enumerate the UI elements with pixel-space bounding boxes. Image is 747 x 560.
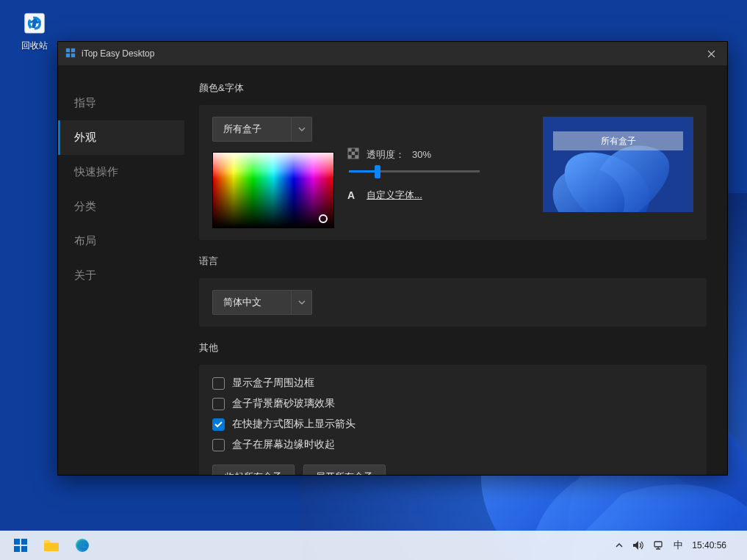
svg-rect-12: [355, 155, 358, 159]
checkbox-icon: [212, 398, 225, 410]
checkbox-edge-collapse[interactable]: 盒子在屏幕边缘时收起: [212, 438, 693, 451]
section-other-title: 其他: [199, 341, 707, 354]
sidebar-item-appearance[interactable]: 外观: [58, 120, 184, 155]
checkbox-frosted-glass[interactable]: 盒子背景磨砂玻璃效果: [212, 397, 693, 410]
slider-thumb[interactable]: [375, 165, 380, 178]
app-window: iTop Easy Desktop 指导 外观 快速操作 分类 布局 关于 颜色…: [57, 41, 728, 476]
checkbox-shortcut-arrow[interactable]: 在快捷方式图标上显示箭头: [212, 418, 693, 431]
svg-rect-4: [71, 48, 75, 51]
taskbar-edge[interactable]: [69, 532, 95, 559]
svg-rect-5: [66, 53, 70, 57]
collapse-all-button[interactable]: 收起所有盒子: [212, 465, 295, 475]
recycle-bin-icon: [18, 6, 51, 38]
recycle-bin-label: 回收站: [9, 40, 60, 52]
checkbox-icon: [212, 377, 225, 390]
svg-rect-6: [71, 53, 75, 57]
sidebar-item-guide[interactable]: 指导: [58, 86, 184, 120]
section-language-title: 语言: [199, 255, 707, 268]
tray-ime[interactable]: 中: [674, 539, 683, 552]
svg-text:A: A: [347, 189, 355, 201]
chevron-down-icon: [292, 117, 312, 142]
panel-language: 简体中文: [199, 278, 707, 327]
svg-rect-10: [352, 152, 356, 156]
sidebar-item-about[interactable]: 关于: [58, 258, 184, 293]
sidebar-item-categories[interactable]: 分类: [58, 189, 184, 224]
section-colors-fonts-title: 颜色&字体: [199, 81, 707, 95]
preview-header: 所有盒子: [553, 131, 683, 150]
close-icon: [707, 50, 715, 58]
content-area: 颜色&字体 所有盒子: [184, 65, 727, 475]
tray-overflow[interactable]: [615, 541, 624, 550]
folder-icon: [43, 539, 59, 552]
network-icon: [653, 540, 665, 550]
opacity-value: 30%: [412, 149, 431, 160]
sidebar: 指导 外观 快速操作 分类 布局 关于: [58, 65, 184, 475]
svg-rect-15: [21, 539, 27, 545]
checkbox-show-border[interactable]: 显示盒子周围边框: [212, 377, 693, 390]
start-button[interactable]: [7, 532, 34, 559]
svg-rect-3: [66, 48, 70, 51]
svg-rect-11: [348, 155, 352, 159]
close-button[interactable]: [695, 42, 727, 65]
language-value: 简体中文: [212, 290, 292, 315]
svg-rect-8: [348, 148, 352, 152]
svg-rect-17: [21, 546, 27, 552]
language-dropdown[interactable]: 简体中文: [212, 290, 693, 315]
taskbar-explorer[interactable]: [38, 532, 65, 559]
sidebar-item-quick-actions[interactable]: 快速操作: [58, 155, 184, 189]
checkbox-icon: [212, 439, 225, 451]
chevron-down-icon: [292, 290, 312, 315]
title-bar[interactable]: iTop Easy Desktop: [58, 42, 727, 65]
app-logo-icon: [65, 48, 76, 60]
panel-colors-fonts: 所有盒子: [199, 105, 707, 240]
color-picker-cursor[interactable]: [319, 214, 328, 223]
custom-font-link[interactable]: A 自定义字体...: [347, 189, 530, 202]
edge-icon: [75, 538, 90, 553]
recycle-bin-desktop-icon[interactable]: 回收站: [9, 6, 60, 52]
svg-rect-14: [14, 539, 20, 545]
checkbox-icon: [212, 418, 225, 431]
font-icon: A: [347, 189, 359, 201]
panel-other: 显示盒子周围边框 盒子背景磨砂玻璃效果 在快捷方式图标上显示箭头 盒子在屏幕边缘…: [199, 365, 707, 475]
sidebar-item-layout[interactable]: 布局: [58, 224, 184, 258]
tray-clock[interactable]: 15:40:56: [692, 540, 726, 550]
tray-volume[interactable]: [632, 540, 644, 550]
window-title: iTop Easy Desktop: [82, 48, 154, 59]
taskbar: 中 15:40:56: [0, 531, 747, 560]
expand-all-button[interactable]: 展开所有盒子: [303, 465, 386, 475]
windows-icon: [13, 538, 28, 553]
box-selector-value: 所有盒子: [212, 117, 292, 142]
color-picker[interactable]: [212, 152, 334, 228]
opacity-label: 透明度：: [367, 148, 405, 161]
tray-network[interactable]: [653, 540, 665, 550]
chevron-up-icon: [615, 541, 624, 550]
svg-rect-20: [654, 542, 662, 547]
svg-rect-16: [14, 546, 20, 552]
speaker-icon: [632, 540, 644, 550]
opacity-icon: [347, 148, 359, 161]
opacity-slider[interactable]: [349, 170, 480, 172]
svg-rect-18: [44, 543, 59, 551]
svg-rect-9: [355, 148, 358, 152]
box-selector-dropdown[interactable]: 所有盒子: [212, 117, 334, 142]
preview-box: 所有盒子: [543, 117, 693, 212]
